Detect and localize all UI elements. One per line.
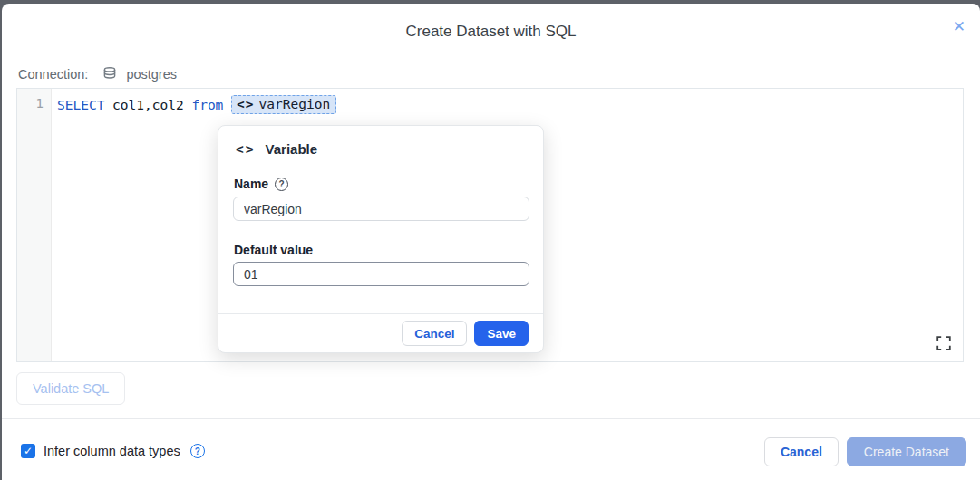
sql-code-line[interactable]: SELECT col1,col2 from <>varRegion bbox=[57, 95, 336, 114]
sql-columns: col1,col2 bbox=[104, 98, 191, 112]
infer-types-checkbox[interactable]: ✓ bbox=[21, 444, 35, 458]
connection-name: postgres bbox=[126, 67, 177, 82]
dialog-title: Create Dataset with SQL bbox=[2, 23, 980, 41]
dialog-cancel-button[interactable]: Cancel bbox=[764, 437, 839, 466]
close-icon[interactable]: ✕ bbox=[953, 19, 965, 34]
create-dataset-button[interactable]: Create Dataset bbox=[847, 437, 966, 466]
connection-label: Connection: bbox=[18, 67, 88, 82]
help-icon[interactable]: ? bbox=[275, 178, 288, 191]
database-icon bbox=[102, 66, 118, 82]
dialog-actions: Cancel Create Dataset bbox=[764, 437, 966, 466]
default-value-field-label: Default value bbox=[234, 243, 313, 257]
variable-chip-name: varRegion bbox=[259, 97, 331, 111]
help-icon[interactable]: ? bbox=[190, 444, 205, 458]
popover-title: Variable bbox=[266, 141, 318, 157]
create-dataset-dialog: Create Dataset with SQL ✕ Connection: po… bbox=[2, 4, 980, 480]
infer-types-option: ✓ Infer column data types ? bbox=[21, 444, 205, 458]
line-number: 1 bbox=[36, 96, 44, 110]
connection-row: Connection: postgres bbox=[18, 66, 177, 82]
name-field-label: Name ? bbox=[234, 177, 288, 191]
variable-popover: <> Variable Name ? Default value Cancel … bbox=[218, 125, 544, 353]
sql-keyword-from: from bbox=[191, 98, 231, 112]
name-label-text: Name bbox=[234, 177, 268, 191]
popover-footer: Cancel Save bbox=[218, 313, 543, 352]
code-brackets-icon: <> bbox=[237, 97, 254, 111]
variable-popover-header: <> Variable bbox=[236, 141, 317, 157]
variable-name-input[interactable] bbox=[233, 197, 529, 221]
validate-sql-button[interactable]: Validate SQL bbox=[16, 372, 125, 405]
sql-keyword-select: SELECT bbox=[57, 98, 104, 112]
editor-gutter: 1 bbox=[17, 89, 52, 361]
popover-cancel-button[interactable]: Cancel bbox=[402, 321, 467, 346]
fullscreen-icon[interactable] bbox=[936, 336, 951, 350]
footer-divider bbox=[2, 418, 980, 419]
popover-save-button[interactable]: Save bbox=[474, 321, 529, 346]
default-value-label-text: Default value bbox=[234, 243, 313, 257]
variable-chip[interactable]: <>varRegion bbox=[231, 95, 336, 114]
default-value-input[interactable] bbox=[233, 262, 529, 286]
code-brackets-icon: <> bbox=[236, 141, 256, 157]
infer-types-label: Infer column data types bbox=[44, 444, 180, 458]
